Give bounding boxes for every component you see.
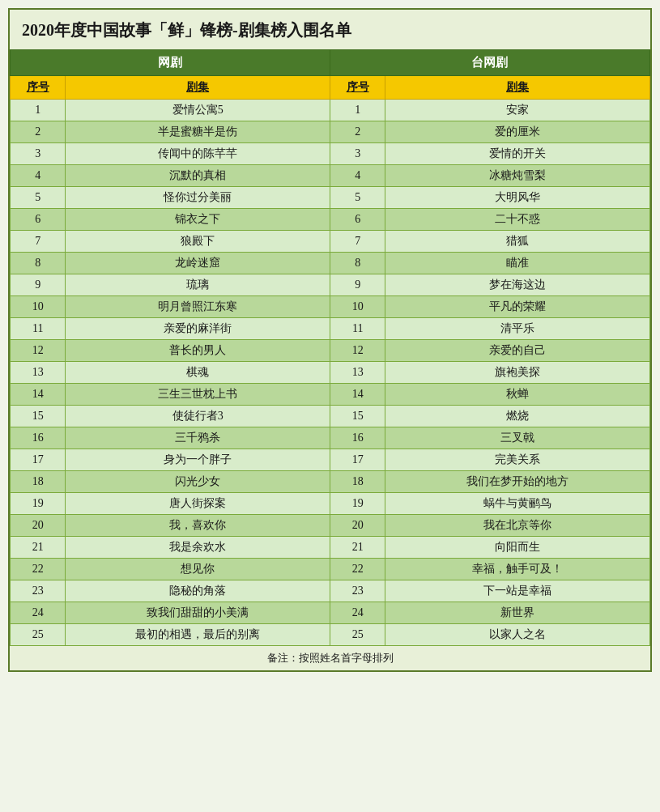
- col-header-row: 序号 剧集 序号 剧集: [11, 76, 650, 100]
- table-row: 18闪光少女18我们在梦开始的地方: [11, 471, 650, 493]
- tv-num-cell: 22: [330, 559, 385, 580]
- web-drama-cell: 狼殿下: [66, 231, 330, 253]
- tv-num-cell: 10: [330, 296, 385, 318]
- web-num-col-header: 序号: [11, 76, 66, 100]
- tv-num-cell: 14: [330, 384, 385, 406]
- table-row: 22想见你22幸福，触手可及！: [11, 559, 650, 580]
- tv-drama-cell: 梦在海这边: [385, 274, 650, 296]
- web-num-cell: 25: [11, 624, 66, 646]
- web-drama-cell: 琉璃: [66, 274, 330, 296]
- tv-num-cell: 25: [330, 624, 385, 646]
- main-title: 2020年度中国故事「鲜」锋榜-剧集榜入围名单: [10, 10, 650, 49]
- web-drama-cell: 身为一个胖子: [66, 449, 330, 471]
- tv-drama-cell: 秋蝉: [385, 384, 650, 406]
- tv-num-cell: 12: [330, 340, 385, 362]
- footer-row: 备注：按照姓名首字母排列: [11, 646, 650, 671]
- web-num-cell: 15: [11, 406, 66, 427]
- web-drama-cell: 想见你: [66, 559, 330, 580]
- table-row: 11亲爱的麻洋街11清平乐: [11, 318, 650, 340]
- web-num-cell: 24: [11, 602, 66, 624]
- tv-drama-cell: 大明风华: [385, 187, 650, 209]
- web-num-cell: 12: [11, 340, 66, 362]
- main-table: 网剧 台网剧 序号 剧集 序号 剧集 1爱情公寓51安家2半是蜜糖半是伤2爱的厘…: [10, 49, 650, 670]
- section-header-row: 网剧 台网剧: [11, 50, 650, 76]
- tv-drama-cell: 瞄准: [385, 253, 650, 274]
- web-drama-cell: 明月曾照江东寒: [66, 296, 330, 318]
- web-num-cell: 9: [11, 274, 66, 296]
- tv-drama-cell: 旗袍美探: [385, 362, 650, 384]
- web-drama-cell: 最初的相遇，最后的别离: [66, 624, 330, 646]
- web-num-cell: 19: [11, 493, 66, 515]
- table-row: 9琉璃9梦在海这边: [11, 274, 650, 296]
- table-wrapper: 网剧 台网剧 序号 剧集 序号 剧集 1爱情公寓51安家2半是蜜糖半是伤2爱的厘…: [10, 49, 650, 670]
- table-row: 6锦衣之下6二十不惑: [11, 209, 650, 231]
- web-num-cell: 17: [11, 449, 66, 471]
- web-num-cell: 2: [11, 121, 66, 143]
- tv-num-col-header: 序号: [330, 76, 385, 100]
- tv-drama-col-header: 剧集: [385, 76, 650, 100]
- table-row: 13棋魂13旗袍美探: [11, 362, 650, 384]
- web-drama-cell: 棋魂: [66, 362, 330, 384]
- tv-drama-cell: 以家人之名: [385, 624, 650, 646]
- table-row: 24致我们甜甜的小美满24新世界: [11, 602, 650, 624]
- tv-drama-cell: 亲爱的自己: [385, 340, 650, 362]
- tv-drama-cell: 爱的厘米: [385, 121, 650, 143]
- tv-num-cell: 9: [330, 274, 385, 296]
- table-row: 23隐秘的角落23下一站是幸福: [11, 580, 650, 602]
- web-drama-cell: 爱情公寓5: [66, 100, 330, 121]
- web-drama-cell: 我是余欢水: [66, 537, 330, 559]
- table-row: 25最初的相遇，最后的别离25以家人之名: [11, 624, 650, 646]
- web-drama-header: 网剧: [11, 50, 330, 76]
- tv-web-drama-header: 台网剧: [330, 50, 649, 76]
- tv-drama-cell: 蜗牛与黄鹂鸟: [385, 493, 650, 515]
- table-row: 1爱情公寓51安家: [11, 100, 650, 121]
- tv-num-cell: 4: [330, 165, 385, 187]
- main-container: 2020年度中国故事「鲜」锋榜-剧集榜入围名单 网剧 台网剧 序号 剧集 序号 …: [8, 8, 652, 672]
- tv-num-cell: 8: [330, 253, 385, 274]
- tv-num-cell: 15: [330, 406, 385, 427]
- web-drama-cell: 三生三世枕上书: [66, 384, 330, 406]
- tv-num-cell: 23: [330, 580, 385, 602]
- tv-num-cell: 2: [330, 121, 385, 143]
- tv-drama-cell: 三叉戟: [385, 427, 650, 449]
- web-drama-cell: 传闻中的陈芊芊: [66, 143, 330, 165]
- web-drama-cell: 普长的男人: [66, 340, 330, 362]
- table-body: 1爱情公寓51安家2半是蜜糖半是伤2爱的厘米3传闻中的陈芊芊3爱情的开关4沉默的…: [11, 100, 650, 646]
- tv-num-cell: 24: [330, 602, 385, 624]
- table-row: 2半是蜜糖半是伤2爱的厘米: [11, 121, 650, 143]
- web-num-cell: 6: [11, 209, 66, 231]
- web-num-cell: 16: [11, 427, 66, 449]
- table-row: 21我是余欢水21向阳而生: [11, 537, 650, 559]
- tv-drama-cell: 猎狐: [385, 231, 650, 253]
- tv-num-cell: 7: [330, 231, 385, 253]
- table-row: 10明月曾照江东寒10平凡的荣耀: [11, 296, 650, 318]
- web-drama-cell: 隐秘的角落: [66, 580, 330, 602]
- tv-num-cell: 1: [330, 100, 385, 121]
- web-num-cell: 3: [11, 143, 66, 165]
- tv-drama-cell: 向阳而生: [385, 537, 650, 559]
- tv-num-cell: 5: [330, 187, 385, 209]
- table-row: 5怪你过分美丽5大明风华: [11, 187, 650, 209]
- table-row: 3传闻中的陈芊芊3爱情的开关: [11, 143, 650, 165]
- tv-drama-cell: 安家: [385, 100, 650, 121]
- tv-drama-cell: 清平乐: [385, 318, 650, 340]
- tv-num-cell: 11: [330, 318, 385, 340]
- web-drama-cell: 半是蜜糖半是伤: [66, 121, 330, 143]
- tv-drama-cell: 我在北京等你: [385, 515, 650, 537]
- table-row: 17身为一个胖子17完美关系: [11, 449, 650, 471]
- table-row: 16三千鸦杀16三叉戟: [11, 427, 650, 449]
- web-drama-cell: 闪光少女: [66, 471, 330, 493]
- tv-num-cell: 18: [330, 471, 385, 493]
- tv-num-cell: 16: [330, 427, 385, 449]
- tv-num-cell: 19: [330, 493, 385, 515]
- web-num-cell: 22: [11, 559, 66, 580]
- web-drama-cell: 锦衣之下: [66, 209, 330, 231]
- web-num-cell: 18: [11, 471, 66, 493]
- table-row: 4沉默的真相4冰糖炖雪梨: [11, 165, 650, 187]
- tv-num-cell: 17: [330, 449, 385, 471]
- tv-drama-cell: 平凡的荣耀: [385, 296, 650, 318]
- tv-num-cell: 3: [330, 143, 385, 165]
- table-row: 8龙岭迷窟8瞄准: [11, 253, 650, 274]
- table-row: 14三生三世枕上书14秋蝉: [11, 384, 650, 406]
- tv-num-cell: 13: [330, 362, 385, 384]
